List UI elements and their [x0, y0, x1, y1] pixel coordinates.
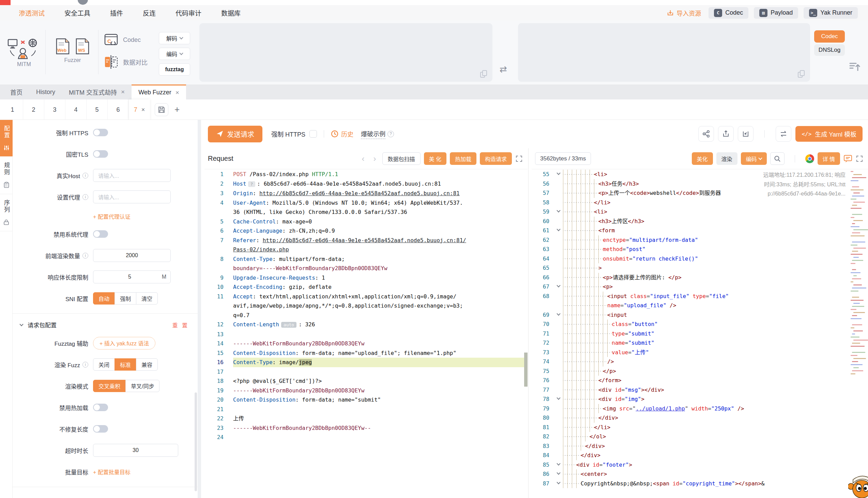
encode-dropdown[interactable]: 编码 — [159, 48, 190, 60]
gm-tls-toggle[interactable] — [93, 150, 108, 158]
reset-link[interactable]: 重 置 — [172, 321, 189, 329]
swap-io-icon[interactable]: ⇄ — [500, 64, 507, 75]
compare-shortcut[interactable]: 数据对比 — [104, 55, 147, 69]
force-https-checkbox[interactable] — [309, 130, 317, 137]
annotation-icon[interactable] — [843, 155, 852, 163]
detail-button[interactable]: 详 情 — [818, 152, 840, 165]
menu-item[interactable]: 渗透测试 — [19, 8, 44, 17]
body-limit-input[interactable]: 5 M — [93, 271, 171, 284]
close-icon[interactable]: × — [176, 89, 179, 96]
beautify-button[interactable]: 美 化 — [424, 152, 446, 165]
sidebar-tab-rules[interactable]: 规则 — [0, 157, 13, 194]
fuzzer-tab-3[interactable]: 3 — [44, 100, 65, 120]
swap-button[interactable] — [776, 126, 791, 142]
history-button[interactable]: 历史 — [331, 129, 353, 138]
request-scrollbar[interactable] — [524, 353, 528, 386]
export-button[interactable] — [718, 126, 734, 142]
fullscreen-icon[interactable] — [515, 155, 523, 162]
tab-mitm-交互式劫持[interactable]: MITM 交互式劫持× — [62, 84, 131, 100]
app-button-codec[interactable]: CCodec — [709, 7, 748, 19]
minimap[interactable] — [850, 170, 868, 394]
close-icon[interactable]: × — [141, 106, 145, 114]
fuzzer-tab-5[interactable]: 5 — [87, 100, 108, 120]
segmented-option[interactable]: 强制 — [115, 292, 136, 304]
segmented-option[interactable]: 兼容 — [136, 358, 158, 371]
codec-result-tab[interactable]: Codec — [814, 30, 845, 42]
menu-item[interactable]: 插件 — [110, 8, 123, 17]
add-fuzzer-tab-button[interactable]: + — [174, 104, 180, 115]
sidebar-scrollbar[interactable] — [195, 392, 197, 491]
copy-icon[interactable] — [798, 70, 805, 78]
sidebar-tab-config[interactable]: 配置 — [0, 120, 13, 157]
fold-chevron-icon[interactable] — [557, 480, 560, 484]
search-button[interactable] — [770, 152, 785, 165]
proxy-input[interactable]: 请输入... — [93, 191, 171, 204]
fold-chevron-icon[interactable] — [557, 227, 560, 231]
fuzzer-shortcut[interactable]: Web WS Fuzzer — [50, 38, 95, 63]
fold-chevron-icon[interactable] — [557, 396, 560, 399]
mitm-shortcut[interactable]: MITM — [6, 38, 42, 67]
sidebar-tab-sequence[interactable]: 序列 — [0, 194, 13, 231]
dnslog-result-tab[interactable]: DNSLog — [814, 44, 845, 56]
fuzzer-tab-2[interactable]: 2 — [23, 100, 44, 120]
segmented-option[interactable]: 草叉/同步 — [126, 380, 159, 392]
fullscreen-icon[interactable] — [856, 155, 863, 162]
configure-batch-target-link[interactable]: + 配置批量目标 — [93, 468, 130, 476]
menu-item[interactable]: 安全工具 — [64, 8, 90, 17]
fuzzer-tab-7[interactable]: 7× — [129, 100, 150, 120]
disable-system-proxy-toggle[interactable] — [93, 230, 108, 238]
segmented-option[interactable]: 交叉乘积 — [93, 380, 126, 392]
tab-history[interactable]: History — [29, 84, 62, 100]
no-fix-length-toggle[interactable] — [93, 425, 108, 433]
request-editor[interactable]: 1POST /Pass-02/index.php HTTP/1.12Host?:… — [205, 170, 528, 498]
menu-item[interactable]: 代码审计 — [176, 8, 202, 17]
response-editor[interactable]: 55<li>56<h3>任务</h3>57<p>上传一个<code>webshe… — [532, 170, 868, 498]
fold-chevron-icon[interactable] — [557, 284, 560, 287]
timeout-input[interactable]: 30 — [93, 444, 178, 457]
app-button-payload[interactable]: ▤Payload — [754, 7, 798, 19]
panel-divider[interactable] — [528, 148, 529, 498]
decode-dropdown[interactable]: 解码 — [159, 32, 190, 44]
configure-proxy-auth-link[interactable]: + 配置代理认证 — [93, 212, 130, 220]
disable-hotload-toggle[interactable] — [93, 404, 108, 411]
fold-chevron-icon[interactable] — [557, 461, 560, 465]
real-host-input[interactable]: 请输入... — [93, 169, 171, 182]
codec-input-area[interactable] — [199, 23, 492, 82]
close-icon[interactable]: × — [121, 88, 125, 96]
segmented-option[interactable]: 清空 — [136, 292, 158, 304]
insert-yakfuzz-button[interactable]: + 插入 yak.fuzz 语法 — [93, 337, 155, 350]
fuzzer-tab-1[interactable]: 1 — [2, 100, 23, 120]
response-encode-dropdown[interactable]: 编码 — [741, 152, 767, 165]
next-arrow[interactable]: › — [371, 154, 379, 163]
prev-arrow[interactable]: ‹ — [359, 154, 367, 163]
app-button-yak-runner[interactable]: >_Yak Runner — [804, 7, 858, 19]
packet-scan-button[interactable]: 数据包扫描 — [383, 152, 420, 165]
codec-output-area[interactable] — [518, 23, 810, 82]
segmented-option[interactable]: 标准 — [115, 358, 136, 371]
fold-chevron-icon[interactable] — [557, 312, 560, 315]
segmented-option[interactable]: 自动 — [93, 292, 115, 304]
hotload-button[interactable]: 热加载 — [450, 152, 477, 165]
response-beautify-button[interactable]: 美化 — [692, 152, 713, 165]
menu-item[interactable]: 反连 — [143, 8, 156, 17]
menu-item[interactable]: 数据库 — [221, 8, 241, 17]
fuzztag-button[interactable]: fuzztag — [159, 63, 190, 76]
open-in-chrome-button[interactable] — [805, 154, 814, 163]
tab-首页[interactable]: 首页 — [3, 84, 29, 100]
fold-chevron-icon[interactable] — [557, 171, 560, 175]
fuzzer-tab-4[interactable]: 4 — [65, 100, 87, 120]
construct-request-button[interactable]: 构造请求 — [480, 152, 512, 165]
save-fuzzer-tab-button[interactable] — [155, 103, 168, 116]
blast-example-link[interactable]: 爆破示例 — [361, 129, 386, 139]
generate-yaml-button[interactable]: </> 生成 Yaml 模板 — [795, 126, 863, 142]
copy-icon[interactable] — [480, 70, 488, 78]
tab-web-fuzzer[interactable]: Web Fuzzer× — [131, 84, 186, 100]
send-request-button[interactable]: 发送请求 — [208, 126, 262, 142]
import-resources-button[interactable]: 导入资源 — [667, 9, 701, 17]
share-button[interactable] — [698, 126, 714, 142]
sort-up-icon[interactable] — [848, 61, 861, 73]
fold-chevron-icon[interactable] — [557, 208, 560, 212]
fold-chevron-icon[interactable] — [557, 471, 560, 474]
import-request-button[interactable] — [738, 126, 753, 142]
segmented-option[interactable]: 关闭 — [93, 358, 115, 371]
